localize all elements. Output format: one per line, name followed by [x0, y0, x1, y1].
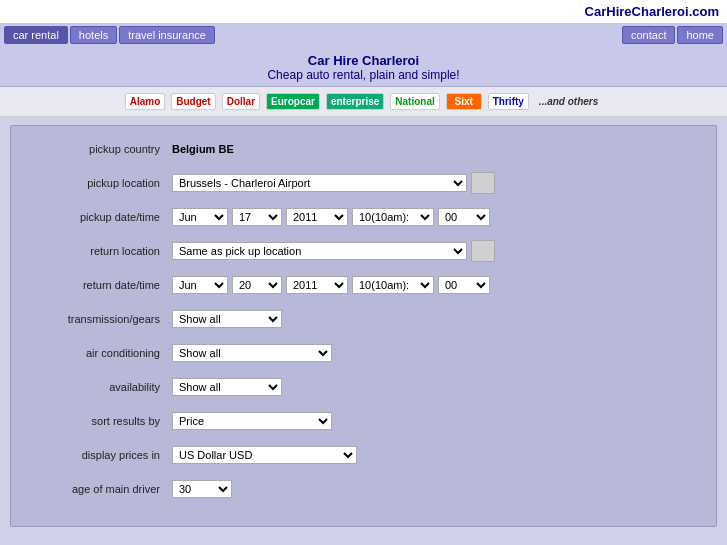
availability-control: Show all — [172, 378, 700, 396]
availability-label: availability — [27, 381, 172, 393]
transmission-label: transmission/gears — [27, 313, 172, 325]
pickup-location-select[interactable]: Brussels - Charleroi Airport — [172, 174, 467, 192]
brand-alamo[interactable]: Alamo — [125, 93, 166, 110]
brand-national[interactable]: National — [390, 93, 439, 110]
air-conditioning-label: air conditioning — [27, 347, 172, 359]
display-prices-row: display prices in US Dollar USD — [27, 442, 700, 468]
return-map-button[interactable] — [471, 240, 495, 262]
sort-results-label: sort results by — [27, 415, 172, 427]
return-month-select[interactable]: Jun — [172, 276, 228, 294]
display-prices-control: US Dollar USD — [172, 446, 700, 464]
pickup-country-label: pickup country — [27, 143, 172, 155]
brand-thrifty[interactable]: Thrifty — [488, 93, 529, 110]
pickup-datetime-control: Jun 17 2011 10(10am): 00 — [172, 208, 700, 226]
nav-bar: car rental hotels travel insurance conta… — [0, 23, 727, 47]
pickup-month-select[interactable]: Jun — [172, 208, 228, 226]
return-location-label: return location — [27, 245, 172, 257]
nav-car-rental[interactable]: car rental — [4, 26, 68, 44]
nav-right: contact home — [622, 26, 723, 44]
pickup-year-select[interactable]: 2011 — [286, 208, 348, 226]
pickup-location-control: Brussels - Charleroi Airport — [172, 172, 700, 194]
availability-select[interactable]: Show all — [172, 378, 282, 396]
site-subtitle: Cheap auto rental, plain and simple! — [0, 68, 727, 82]
pickup-location-row: pickup location Brussels - Charleroi Air… — [27, 170, 700, 196]
availability-row: availability Show all — [27, 374, 700, 400]
brand-budget[interactable]: Budget — [171, 93, 215, 110]
pickup-country-value: Belgium BE — [172, 143, 234, 155]
display-prices-label: display prices in — [27, 449, 172, 461]
brands-bar: Alamo Budget Dollar Europcar enterprise … — [0, 87, 727, 117]
return-year-select[interactable]: 2011 — [286, 276, 348, 294]
pickup-min-select[interactable]: 00 — [438, 208, 490, 226]
return-datetime-control: Jun 20 2011 10(10am): 00 — [172, 276, 700, 294]
return-location-row: return location Same as pick up location — [27, 238, 700, 264]
main-form-container: pickup country Belgium BE pickup locatio… — [10, 125, 717, 527]
pickup-country-row: pickup country Belgium BE — [27, 136, 700, 162]
return-hour-select[interactable]: 10(10am): — [352, 276, 434, 294]
pickup-day-select[interactable]: 17 — [232, 208, 282, 226]
return-day-select[interactable]: 20 — [232, 276, 282, 294]
nav-home[interactable]: home — [677, 26, 723, 44]
nav-travel-insurance[interactable]: travel insurance — [119, 26, 215, 44]
return-location-select[interactable]: Same as pick up location — [172, 242, 467, 260]
pickup-hour-select[interactable]: 10(10am): — [352, 208, 434, 226]
site-name: CarHireCharleroi.com — [585, 4, 719, 19]
air-conditioning-control: Show all — [172, 344, 700, 362]
air-conditioning-select[interactable]: Show all — [172, 344, 332, 362]
nav-hotels[interactable]: hotels — [70, 26, 117, 44]
pickup-datetime-label: pickup date/time — [27, 211, 172, 223]
pickup-map-button[interactable] — [471, 172, 495, 194]
brand-enterprise[interactable]: enterprise — [326, 93, 384, 110]
age-select[interactable]: 30 — [172, 480, 232, 498]
nav-contact[interactable]: contact — [622, 26, 675, 44]
brand-europcar[interactable]: Europcar — [266, 93, 320, 110]
pickup-location-label: pickup location — [27, 177, 172, 189]
sort-results-control: Price — [172, 412, 700, 430]
air-conditioning-row: air conditioning Show all — [27, 340, 700, 366]
return-location-control: Same as pick up location — [172, 240, 700, 262]
brand-others: ...and others — [535, 94, 602, 109]
return-datetime-row: return date/time Jun 20 2011 10(10am): 0… — [27, 272, 700, 298]
brand-sixt[interactable]: Sixt — [446, 93, 482, 110]
transmission-control: Show all — [172, 310, 700, 328]
age-label: age of main driver — [27, 483, 172, 495]
return-datetime-label: return date/time — [27, 279, 172, 291]
brand-dollar[interactable]: Dollar — [222, 93, 260, 110]
site-title: Car Hire Charleroi — [0, 53, 727, 68]
age-control: 30 — [172, 480, 700, 498]
pickup-country-control: Belgium BE — [172, 143, 700, 155]
return-min-select[interactable]: 00 — [438, 276, 490, 294]
transmission-select[interactable]: Show all — [172, 310, 282, 328]
site-header: Car Hire Charleroi Cheap auto rental, pl… — [0, 47, 727, 87]
transmission-row: transmission/gears Show all — [27, 306, 700, 332]
sort-results-select[interactable]: Price — [172, 412, 332, 430]
sort-results-row: sort results by Price — [27, 408, 700, 434]
age-row: age of main driver 30 — [27, 476, 700, 502]
top-bar: CarHireCharleroi.com — [0, 0, 727, 23]
display-prices-select[interactable]: US Dollar USD — [172, 446, 357, 464]
pickup-datetime-row: pickup date/time Jun 17 2011 10(10am): 0… — [27, 204, 700, 230]
nav-left: car rental hotels travel insurance — [4, 26, 215, 44]
